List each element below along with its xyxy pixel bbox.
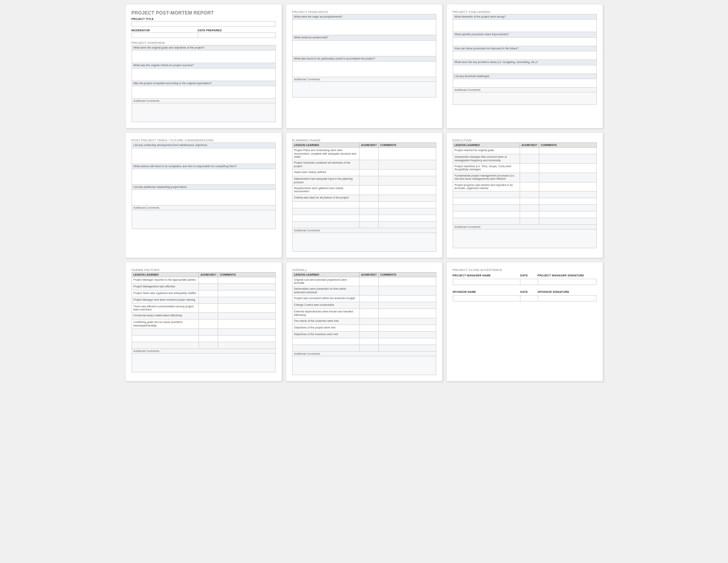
comments-cell[interactable] — [539, 205, 596, 211]
comments-cell[interactable] — [379, 332, 436, 338]
comments-cell[interactable] — [218, 313, 275, 319]
achieved-cell[interactable] — [359, 148, 378, 160]
challenges-q5-body[interactable] — [453, 79, 597, 88]
achieved-cell[interactable] — [359, 176, 378, 186]
achieved-cell[interactable] — [359, 208, 378, 215]
highlights-q1-body[interactable] — [292, 20, 436, 35]
achieved-cell[interactable] — [359, 302, 378, 309]
comments-cell[interactable] — [539, 182, 596, 191]
comments-cell[interactable] — [218, 342, 275, 349]
overview-q3-body[interactable] — [132, 86, 276, 99]
achieved-cell[interactable] — [199, 319, 218, 329]
sponsor-date-input[interactable] — [520, 295, 537, 301]
achieved-cell[interactable] — [359, 325, 378, 332]
achieved-cell[interactable] — [520, 198, 539, 205]
achieved-cell[interactable] — [359, 195, 378, 201]
achieved-cell[interactable] — [520, 163, 539, 173]
comments-cell[interactable] — [379, 296, 436, 302]
execution-comments-box[interactable] — [453, 229, 597, 248]
sponsor-name-input[interactable] — [453, 295, 520, 301]
overview-q1-body[interactable] — [132, 51, 276, 63]
overview-comments-box[interactable] — [132, 103, 276, 122]
comments-cell[interactable] — [379, 302, 436, 309]
comments-cell[interactable] — [379, 201, 436, 208]
comments-cell[interactable] — [379, 338, 436, 345]
achieved-cell[interactable] — [520, 182, 539, 191]
project-title-input[interactable] — [132, 21, 276, 27]
achieved-cell[interactable] — [359, 221, 378, 228]
comments-cell[interactable] — [539, 211, 596, 218]
achieved-cell[interactable] — [359, 332, 378, 338]
achieved-cell[interactable] — [520, 191, 539, 198]
achieved-cell[interactable] — [520, 205, 539, 211]
comments-cell[interactable] — [379, 185, 436, 195]
posttasks-q2-body[interactable] — [132, 169, 276, 185]
comments-cell[interactable] — [539, 198, 596, 205]
achieved-cell[interactable] — [359, 277, 378, 286]
comments-cell[interactable] — [379, 309, 436, 318]
posttasks-q1-body[interactable] — [132, 148, 276, 164]
pm-date-input[interactable] — [520, 279, 537, 285]
sponsor-sig-input[interactable] — [538, 295, 597, 301]
planning-comments-box[interactable] — [292, 233, 436, 252]
achieved-cell[interactable] — [199, 342, 218, 349]
achieved-cell[interactable] — [199, 329, 218, 336]
achieved-cell[interactable] — [359, 345, 378, 352]
achieved-cell[interactable] — [199, 303, 218, 313]
human-comments-box[interactable] — [132, 354, 276, 372]
comments-cell[interactable] — [379, 176, 436, 186]
achieved-cell[interactable] — [199, 290, 218, 297]
comments-cell[interactable] — [218, 283, 275, 290]
achieved-cell[interactable] — [359, 309, 378, 318]
comments-cell[interactable] — [218, 290, 275, 297]
achieved-cell[interactable] — [359, 318, 378, 325]
achieved-cell[interactable] — [359, 286, 378, 296]
achieved-cell[interactable] — [199, 277, 218, 283]
achieved-cell[interactable] — [199, 283, 218, 290]
comments-cell[interactable] — [218, 303, 275, 313]
achieved-cell[interactable] — [359, 215, 378, 221]
comments-cell[interactable] — [539, 154, 596, 164]
overall-comments-box[interactable] — [292, 356, 436, 375]
pm-sig-input[interactable] — [538, 279, 597, 285]
comments-cell[interactable] — [379, 318, 436, 325]
comments-cell[interactable] — [379, 148, 436, 160]
comments-cell[interactable] — [379, 325, 436, 332]
comments-cell[interactable] — [379, 286, 436, 296]
comments-cell[interactable] — [379, 277, 436, 286]
achieved-cell[interactable] — [359, 170, 378, 176]
posttasks-q3-body[interactable] — [132, 190, 276, 206]
posttasks-comments-box[interactable] — [132, 210, 276, 229]
comments-cell[interactable] — [539, 148, 596, 154]
comments-cell[interactable] — [539, 163, 596, 173]
comments-cell[interactable] — [379, 345, 436, 352]
achieved-cell[interactable] — [520, 154, 539, 164]
comments-cell[interactable] — [379, 195, 436, 201]
achieved-cell[interactable] — [359, 185, 378, 195]
highlights-q3-body[interactable] — [292, 61, 436, 77]
achieved-cell[interactable] — [359, 338, 378, 345]
comments-cell[interactable] — [218, 329, 275, 336]
date-prepared-input[interactable] — [198, 32, 276, 38]
challenges-q3-body[interactable] — [453, 51, 597, 60]
comments-cell[interactable] — [218, 277, 275, 283]
achieved-cell[interactable] — [520, 148, 539, 154]
comments-cell[interactable] — [379, 170, 436, 176]
comments-cell[interactable] — [379, 160, 436, 170]
pm-name-input[interactable] — [453, 279, 520, 285]
comments-cell[interactable] — [218, 297, 275, 303]
challenges-q1-body[interactable] — [453, 20, 597, 32]
highlights-q2-body[interactable] — [292, 41, 436, 56]
challenges-q4-body[interactable] — [453, 65, 597, 74]
achieved-cell[interactable] — [199, 297, 218, 303]
comments-cell[interactable] — [539, 218, 596, 225]
comments-cell[interactable] — [379, 208, 436, 215]
achieved-cell[interactable] — [520, 173, 539, 182]
achieved-cell[interactable] — [199, 313, 218, 319]
comments-cell[interactable] — [539, 191, 596, 198]
achieved-cell[interactable] — [520, 211, 539, 218]
overview-q2-body[interactable] — [132, 69, 276, 81]
comments-cell[interactable] — [218, 319, 275, 329]
comments-cell[interactable] — [218, 336, 275, 342]
challenges-q2-body[interactable] — [453, 38, 597, 46]
